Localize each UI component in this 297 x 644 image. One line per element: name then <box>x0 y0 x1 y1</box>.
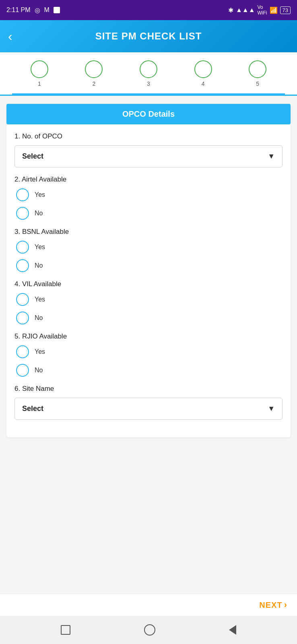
label-bsnl: 3. BSNL Available <box>14 228 283 236</box>
main-content: OPCO Details 1. No. of OPCO Select ▼ 2. … <box>0 96 297 594</box>
radio-circle-airtel-yes <box>16 188 29 201</box>
radio-rjio-no[interactable]: No <box>16 364 283 377</box>
radio-text-bsnl-yes: Yes <box>35 244 45 251</box>
next-button[interactable]: NEXT › <box>259 600 287 610</box>
step-5[interactable]: 5 <box>230 60 285 87</box>
android-nav-bar <box>0 616 297 644</box>
step-circle-5 <box>249 60 266 78</box>
radio-bsnl-yes[interactable]: Yes <box>16 241 283 254</box>
step-circle-3 <box>140 60 157 78</box>
section-title: OPCO Details <box>122 109 175 118</box>
dropdown-site-placeholder: Select <box>22 405 43 413</box>
dropdown-opco-placeholder: Select <box>22 152 43 161</box>
radio-circle-rjio-no <box>16 364 29 377</box>
field-vil: 4. VIL Available Yes No <box>6 280 291 324</box>
radio-circle-rjio-yes <box>16 345 29 358</box>
field-site-name: 6. Site Name Select ▼ <box>6 385 291 420</box>
android-back-button[interactable] <box>229 625 236 635</box>
radio-group-airtel: Yes No <box>14 188 283 220</box>
radio-vil-yes[interactable]: Yes <box>16 293 283 306</box>
step-label-4: 4 <box>202 80 205 87</box>
label-rjio: 5. RJIO Available <box>14 332 283 341</box>
label-airtel: 2. Airtel Available <box>14 175 283 184</box>
radio-circle-bsnl-no <box>16 259 29 272</box>
radio-text-vil-no: No <box>35 314 43 322</box>
dropdown-site-arrow: ▼ <box>268 405 275 413</box>
field-opco-count: 1. No. of OPCO Select ▼ <box>6 132 291 167</box>
dropdown-opco-count[interactable]: Select ▼ <box>14 145 283 167</box>
step-circle-1 <box>31 60 48 78</box>
status-time: 2:11 PM <box>6 6 31 14</box>
radio-text-bsnl-no: No <box>35 262 43 269</box>
dropdown-opco-arrow: ▼ <box>268 152 275 161</box>
android-recents-button[interactable] <box>61 625 70 635</box>
radio-circle-vil-no <box>16 312 29 324</box>
step-2[interactable]: 2 <box>67 60 122 87</box>
radio-vil-no[interactable]: No <box>16 312 283 324</box>
android-home-button[interactable] <box>144 624 155 636</box>
stepper-progress-line <box>12 93 285 95</box>
section-card: OPCO Details 1. No. of OPCO Select ▼ 2. … <box>6 104 291 438</box>
step-circle-4 <box>194 60 212 78</box>
status-right: ✱ ▲▲▲ VoWiFi 📶 73 <box>228 4 291 16</box>
status-left: 2:11 PM ◎ M <box>6 6 60 14</box>
radio-group-vil: Yes No <box>14 293 283 324</box>
camera-icon: ◎ <box>35 6 40 14</box>
status-bar: 2:11 PM ◎ M ✱ ▲▲▲ VoWiFi 📶 73 <box>0 0 297 20</box>
top-header: ‹ SITE PM CHECK LIST <box>0 20 297 52</box>
next-label: NEXT <box>259 601 282 610</box>
step-1[interactable]: 1 <box>12 60 67 87</box>
step-circle-2 <box>85 60 103 78</box>
square-icon <box>54 7 60 13</box>
radio-rjio-yes[interactable]: Yes <box>16 345 283 358</box>
signal-icon: ▲▲▲ <box>236 6 255 14</box>
step-label-2: 2 <box>92 80 95 87</box>
radio-bsnl-no[interactable]: No <box>16 259 283 272</box>
radio-group-rjio: Yes No <box>14 345 283 377</box>
bluetooth-icon: ✱ <box>228 6 233 14</box>
stepper: 1 2 3 4 5 <box>12 60 285 87</box>
label-opco-count: 1. No. of OPCO <box>14 132 283 140</box>
radio-circle-airtel-no <box>16 207 29 220</box>
step-label-1: 1 <box>38 80 41 87</box>
radio-airtel-no[interactable]: No <box>16 207 283 220</box>
radio-text-vil-yes: Yes <box>35 296 45 303</box>
radio-group-bsnl: Yes No <box>14 241 283 272</box>
field-bsnl: 3. BSNL Available Yes No <box>6 228 291 272</box>
mail-icon: M <box>44 6 50 14</box>
dropdown-site-name[interactable]: Select ▼ <box>14 398 283 420</box>
step-label-3: 3 <box>147 80 150 87</box>
field-rjio: 5. RJIO Available Yes No <box>6 332 291 377</box>
wifi-icon: 📶 <box>270 6 278 14</box>
field-airtel: 2. Airtel Available Yes No <box>6 175 291 220</box>
page-title: SITE PM CHECK LIST <box>95 31 202 42</box>
label-site-name: 6. Site Name <box>14 385 283 393</box>
stepper-container: 1 2 3 4 5 <box>0 52 297 96</box>
step-label-5: 5 <box>256 80 259 87</box>
step-4[interactable]: 4 <box>176 60 231 87</box>
section-header: OPCO Details <box>6 104 291 124</box>
step-3[interactable]: 3 <box>121 60 176 87</box>
radio-circle-vil-yes <box>16 293 29 306</box>
vowifi-icon: VoWiFi <box>258 4 267 16</box>
radio-text-rjio-no: No <box>35 367 43 374</box>
back-button[interactable]: ‹ <box>8 30 12 43</box>
label-vil: 4. VIL Available <box>14 280 283 288</box>
radio-circle-bsnl-yes <box>16 241 29 254</box>
bottom-nav-area: NEXT › <box>0 594 297 616</box>
radio-text-rjio-yes: Yes <box>35 348 45 355</box>
battery-icon: 73 <box>280 6 291 14</box>
radio-airtel-yes[interactable]: Yes <box>16 188 283 201</box>
radio-text-airtel-yes: Yes <box>35 191 45 198</box>
radio-text-airtel-no: No <box>35 210 43 217</box>
next-chevron: › <box>284 600 287 610</box>
